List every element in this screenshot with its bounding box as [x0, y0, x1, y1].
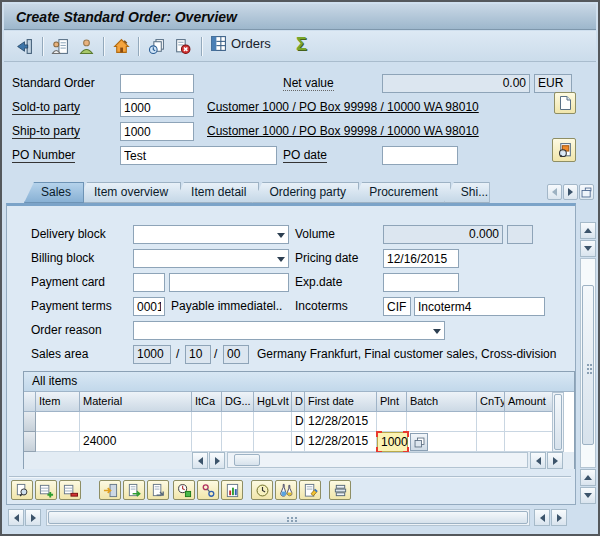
vscroll-up-button-bottom[interactable] [580, 469, 596, 486]
grid-scroll-left-button[interactable] [192, 452, 208, 469]
column-header-plnt[interactable]: Plnt [377, 392, 407, 412]
cell-dg[interactable] [222, 412, 254, 432]
vscroll-up-button[interactable] [580, 222, 596, 239]
possible-entries-button[interactable] [410, 433, 428, 451]
reject-document-button[interactable] [170, 35, 194, 58]
header-output-button[interactable] [329, 480, 351, 500]
tab-item-overview[interactable]: Item overview [77, 182, 181, 203]
cell-hglvit[interactable] [254, 432, 292, 452]
main-item-button[interactable] [123, 480, 145, 500]
vscroll-down-button-bottom[interactable] [580, 487, 596, 504]
cell-itca[interactable] [192, 432, 222, 452]
row-selector[interactable] [24, 432, 36, 452]
column-header-itca[interactable]: ItCa [192, 392, 222, 412]
orders-button[interactable]: Orders [210, 35, 271, 52]
item-pricing-button[interactable] [221, 480, 243, 500]
tab-scroll-right-button[interactable] [563, 184, 578, 200]
exp-date-input[interactable] [383, 273, 459, 292]
tab-procurement[interactable]: Procurement [352, 182, 451, 203]
column-header-cnty[interactable]: CnTy [477, 392, 505, 412]
column-header-hglvit[interactable]: HgLvIt [254, 392, 292, 412]
cell-plnt-focused[interactable]: 1000 [377, 432, 408, 452]
ship-to-party-input[interactable] [120, 122, 194, 141]
tab-sales[interactable]: Sales [24, 182, 84, 203]
select-all-header[interactable] [24, 392, 36, 412]
tab-ordering-party[interactable]: Ordering party [252, 182, 359, 203]
payment-terms-input[interactable] [133, 297, 165, 316]
sum-button[interactable]: Σ [296, 34, 307, 55]
hscroll-right-button[interactable] [25, 509, 41, 526]
grid-horizontal-scrollbar[interactable] [227, 452, 528, 468]
payment-card-number-input[interactable] [169, 273, 289, 292]
cell-material[interactable] [80, 412, 192, 432]
vertical-scrollbar-track[interactable] [580, 258, 596, 468]
order-reason-dropdown[interactable] [133, 321, 445, 340]
cell-cnty[interactable] [477, 412, 505, 432]
cell-material[interactable]: 24000 [80, 432, 192, 452]
grid-scroll-right-button[interactable] [209, 452, 225, 469]
column-header-item[interactable]: Item [36, 392, 80, 412]
column-header-first-date[interactable]: First date [305, 392, 377, 412]
item-conditions-button[interactable] [197, 480, 219, 500]
cell-amount[interactable] [505, 432, 552, 452]
vertical-scrollbar-thumb[interactable] [582, 285, 594, 445]
sold-to-party-description[interactable]: Customer 1000 / PO Box 99998 / 10000 WA … [207, 98, 479, 117]
subitem-button[interactable] [147, 480, 169, 500]
cell-cnty[interactable] [477, 432, 505, 452]
item-text-button[interactable] [299, 480, 321, 500]
search-documents-button[interactable] [552, 138, 576, 162]
grid-horizontal-scrollbar-thumb[interactable] [234, 454, 260, 466]
display-header-button[interactable] [48, 35, 72, 58]
tab-list-button[interactable] [579, 184, 594, 200]
back-button[interactable] [12, 35, 36, 58]
po-number-input[interactable] [120, 146, 277, 165]
sold-to-party-input[interactable] [120, 98, 194, 117]
grid-vertical-scrollbar-thumb[interactable] [554, 394, 562, 450]
ship-to-party-description[interactable]: Customer 1000 / PO Box 99998 / 10000 WA … [207, 122, 479, 141]
cell-d[interactable]: D [292, 412, 305, 432]
cell-d[interactable]: D [292, 432, 305, 452]
display-item-details-button[interactable] [11, 480, 33, 500]
delivery-block-dropdown[interactable] [133, 225, 289, 244]
hscroll-right-button-right[interactable] [551, 509, 567, 526]
display-availability-button[interactable] [251, 480, 273, 500]
horizontal-scrollbar-track[interactable] [46, 509, 530, 526]
column-header-material[interactable]: Material [80, 392, 192, 412]
cell-amount[interactable] [505, 412, 552, 432]
incoterms-detail-input[interactable] [414, 297, 545, 316]
lock-item-button[interactable] [99, 480, 121, 500]
horizontal-scrollbar-thumb[interactable] [48, 511, 528, 524]
billing-block-dropdown[interactable] [133, 249, 289, 268]
schedule-lines-button[interactable] [173, 480, 195, 500]
hscroll-left-button-right[interactable] [534, 509, 550, 526]
tab-scroll-left-button[interactable] [547, 184, 562, 200]
column-header-dg[interactable]: DG... [222, 392, 254, 412]
column-header-d[interactable]: D [292, 392, 305, 412]
grid-scroll-left-button-right[interactable] [530, 452, 546, 469]
po-date-input[interactable] [382, 146, 458, 165]
standard-order-input[interactable] [120, 74, 194, 93]
cell-dg[interactable] [222, 432, 254, 452]
document-flow-button[interactable] [144, 35, 168, 58]
cell-itca[interactable] [192, 412, 222, 432]
cell-first-date[interactable]: 12/28/2015 [305, 432, 377, 452]
column-header-batch[interactable]: Batch [407, 392, 477, 412]
availability-check-button[interactable] [275, 480, 297, 500]
insert-item-button[interactable] [35, 480, 57, 500]
cell-plnt[interactable] [377, 412, 407, 432]
sold-to-party-button[interactable] [74, 35, 98, 58]
hscroll-left-button[interactable] [8, 509, 24, 526]
grid-scroll-right-button-right[interactable] [547, 452, 563, 469]
vscroll-down-button[interactable] [580, 240, 596, 257]
cell-item[interactable] [36, 432, 80, 452]
payment-card-type-input[interactable] [133, 273, 165, 292]
delete-item-button[interactable] [59, 480, 81, 500]
organizational-data-button[interactable] [109, 35, 133, 58]
cell-first-date[interactable]: 12/28/2015 [305, 412, 377, 432]
cell-hglvit[interactable] [254, 412, 292, 432]
create-document-button[interactable] [554, 92, 576, 114]
cell-item[interactable] [36, 412, 80, 432]
cell-batch[interactable] [407, 412, 477, 432]
column-header-amount[interactable]: Amount [505, 392, 552, 412]
incoterms-input[interactable] [383, 297, 411, 316]
